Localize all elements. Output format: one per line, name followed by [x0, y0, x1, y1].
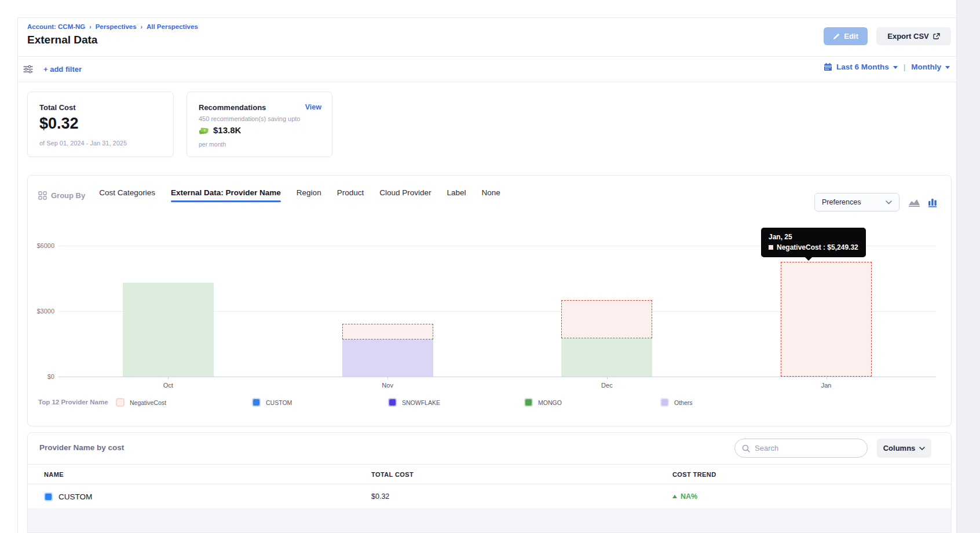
tab-external-data-provider-name[interactable]: External Data: Provider Name [171, 188, 281, 202]
recommendations-label: Recommendations [199, 103, 266, 112]
chart-legend: Top 12 Provider Name NegativeCost CUSTOM… [38, 398, 942, 407]
bar-segment-negativecost-jan[interactable] [781, 262, 872, 377]
chevron-down-icon [919, 447, 925, 450]
chevron-down-icon [886, 200, 892, 205]
legend-item-custom[interactable]: CUSTOM [252, 398, 388, 407]
breadcrumb-perspectives[interactable]: Perspectives [96, 23, 137, 30]
left-border [17, 17, 18, 533]
x-axis-category-label: Jan [803, 382, 850, 389]
total-cost-card: Total Cost $0.32 of Sep 01, 2024 - Jan 3… [27, 92, 174, 157]
add-filter-button[interactable]: + add filter [43, 65, 82, 74]
provider-total-cost: $0.32 [371, 492, 672, 501]
preferences-dropdown[interactable]: Preferences [814, 193, 899, 211]
bar-segment-negativecost-dec[interactable] [561, 300, 652, 338]
export-csv-button[interactable]: Export CSV [876, 27, 951, 45]
table-header-row: NAME TOTAL COST COST TREND [28, 464, 951, 484]
provider-color-swatch [44, 492, 53, 501]
chevron-down-icon [945, 66, 950, 69]
table-row[interactable]: CUSTOM $0.32 NA% [28, 484, 951, 509]
bar-segment-snowflake-nov[interactable] [342, 339, 433, 377]
time-filter-cluster: Last 6 Months | Monthly [824, 63, 950, 71]
export-csv-label: Export CSV [887, 32, 929, 41]
chevron-down-icon [893, 66, 898, 69]
legend-swatch [252, 398, 261, 407]
view-recommendations-link[interactable]: View [305, 103, 321, 111]
tab-cost-categories[interactable]: Cost Categories [99, 188, 155, 202]
separator: | [904, 63, 906, 71]
legend-title: Top 12 Provider Name [38, 398, 109, 407]
column-header-cost-trend: COST TREND [672, 471, 951, 478]
filter-sliders-icon[interactable] [23, 64, 33, 74]
tab-product[interactable]: Product [337, 188, 364, 202]
breadcrumb-all-perspectives[interactable]: All Perspectives [147, 23, 198, 30]
bar-segment-mongo-oct[interactable] [123, 283, 214, 377]
tooltip-title: Jan, 25 [769, 233, 858, 241]
x-axis-tick [827, 377, 827, 379]
legend-swatch [660, 398, 669, 407]
x-axis-tick [387, 377, 388, 379]
tooltip-series-marker [769, 245, 773, 250]
legend-swatch [524, 398, 533, 407]
bar-segment-negativecost-nov[interactable] [342, 324, 433, 339]
tab-none[interactable]: None [482, 188, 500, 202]
savings-per-month: per month [199, 141, 226, 148]
chevron-right-icon: › [141, 24, 142, 30]
breadcrumb: Account: CCM-NG › Perspectives › All Per… [27, 23, 198, 30]
bar-segment-mongo-dec[interactable] [561, 338, 652, 377]
tab-label[interactable]: Label [447, 188, 466, 202]
column-header-name: NAME [44, 471, 371, 478]
chart-tooltip: Jan, 25 NegativeCost : $5,249.32 [761, 228, 866, 257]
columns-label: Columns [883, 444, 916, 452]
legend-item-others[interactable]: Others [660, 398, 796, 407]
edit-button-label: Edit [844, 32, 858, 41]
y-axis-tick-label: $3000 [30, 308, 54, 315]
trend-up-icon [672, 495, 677, 498]
search-icon [742, 444, 750, 452]
legend-item-mongo[interactable]: MONGO [524, 398, 660, 407]
savings-value: $13.8K [213, 125, 241, 135]
x-axis-tick [607, 377, 608, 379]
group-by-row: Group By Cost Categories External Data: … [38, 188, 516, 202]
tab-region[interactable]: Region [297, 188, 321, 202]
money-icon [199, 126, 209, 134]
calendar-icon [824, 63, 832, 71]
edit-button[interactable]: Edit [824, 27, 868, 45]
grid-icon [38, 191, 47, 200]
total-cost-period: of Sep 01, 2024 - Jan 31, 2025 [39, 140, 127, 147]
y-axis-tick-label: $6000 [30, 242, 54, 249]
perspective-page: Account: CCM-NG › Perspectives › All Per… [0, 0, 980, 533]
tab-cloud-provider[interactable]: Cloud Provider [379, 188, 431, 202]
right-gutter [956, 0, 980, 533]
chevron-right-icon: › [89, 24, 91, 30]
x-axis-tick [168, 377, 169, 379]
table-title: Provider Name by cost [39, 443, 124, 452]
table-footer-area [28, 509, 951, 533]
tooltip-value: NegativeCost : $5,249.32 [777, 243, 858, 251]
pencil-icon [833, 33, 840, 40]
total-cost-value: $0.32 [39, 115, 79, 133]
search-box [734, 439, 868, 458]
preferences-label: Preferences [822, 198, 861, 206]
columns-button[interactable]: Columns [877, 439, 931, 458]
column-header-total-cost: TOTAL COST [371, 471, 672, 478]
chart-plot: Jan, 25 NegativeCost : $5,249.32 $0$3000… [28, 222, 952, 396]
chart-card: Group By Cost Categories External Data: … [27, 175, 952, 426]
granularity-dropdown[interactable]: Monthly [911, 63, 941, 71]
bar-chart-icon[interactable] [928, 198, 939, 207]
external-link-icon [933, 33, 940, 40]
x-axis-line [58, 377, 936, 377]
provider-name: CUSTOM [58, 492, 92, 501]
area-chart-icon[interactable] [908, 198, 920, 207]
breadcrumb-account[interactable]: Account: CCM-NG [27, 23, 85, 30]
x-axis-category-label: Nov [364, 382, 411, 389]
x-axis-category-label: Dec [584, 382, 630, 389]
legend-swatch [388, 398, 397, 407]
top-border [18, 17, 956, 18]
legend-item-negativecost[interactable]: NegativeCost [116, 398, 252, 407]
page-title: External Data [27, 34, 97, 46]
legend-item-snowflake[interactable]: SNOWFLAKE [388, 398, 524, 407]
group-by-label: Group By [38, 191, 85, 200]
time-range-dropdown[interactable]: Last 6 Months [836, 63, 889, 71]
search-input[interactable] [755, 444, 853, 452]
recommendations-card: Recommendations View 450 recommendation(… [187, 92, 332, 157]
